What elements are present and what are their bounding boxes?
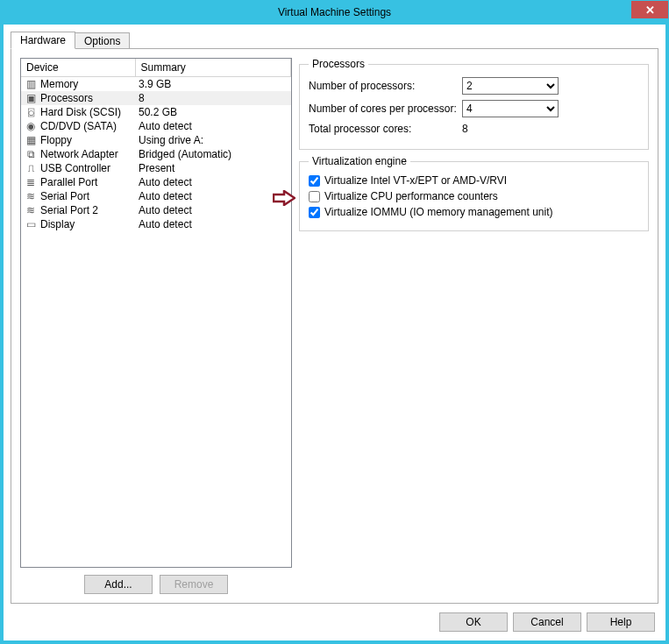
serial-icon: ≋ [25, 190, 37, 202]
memory-icon: ▥ [25, 78, 37, 90]
device-name: Parallel Port [40, 176, 97, 188]
vt-checkbox[interactable] [309, 175, 320, 187]
num-proc-select[interactable]: 2 [462, 77, 559, 95]
tab-content: Device Summary ▥Memory3.9 GB▣Processors8… [11, 48, 658, 604]
device-summary: 50.2 GB [135, 105, 291, 119]
table-row[interactable]: ▦FloppyUsing drive A: [21, 133, 291, 147]
parallel-icon: ≣ [25, 176, 37, 188]
device-name: CD/DVD (SATA) [40, 120, 117, 132]
table-row[interactable]: ◉CD/DVD (SATA)Auto detect [21, 119, 291, 133]
device-summary: 3.9 GB [135, 77, 291, 92]
device-name: Processors [40, 92, 93, 104]
cores-select[interactable]: 4 [462, 100, 559, 117]
processors-group: Processors Number of processors: 2 Numbe… [299, 58, 649, 150]
window-title: Virtual Machine Settings [278, 6, 391, 18]
table-row[interactable]: ≣Parallel PortAuto detect [21, 175, 291, 189]
device-summary: 8 [135, 91, 291, 105]
device-name: USB Controller [40, 162, 110, 174]
perf-label[interactable]: Virtualize CPU performance counters [324, 190, 498, 202]
device-name: Serial Port [40, 190, 89, 202]
window-body: Hardware Options Device Summary ▥Memory3… [0, 25, 669, 644]
col-summary[interactable]: Summary [135, 59, 291, 77]
table-row[interactable]: ▣Processors8 [21, 91, 291, 105]
device-name: Hard Disk (SCSI) [40, 106, 121, 118]
ok-button[interactable]: OK [439, 612, 508, 632]
tab-options[interactable]: Options [75, 32, 130, 49]
table-row[interactable]: ⧉Network AdapterBridged (Automatic) [21, 147, 291, 161]
close-button[interactable]: ✕ [631, 1, 668, 18]
table-row[interactable]: ⌼Hard Disk (SCSI)50.2 GB [21, 105, 291, 119]
device-name: Memory [40, 78, 78, 90]
col-device[interactable]: Device [21, 59, 135, 77]
device-summary: Present [135, 161, 291, 175]
device-name: Floppy [40, 134, 72, 146]
cores-label: Number of cores per processor: [309, 103, 462, 115]
vt-label[interactable]: Virtualize Intel VT-x/EPT or AMD-V/RVI [324, 174, 507, 187]
add-button[interactable]: Add... [84, 575, 153, 594]
serial-icon: ≋ [25, 204, 37, 216]
perf-checkbox[interactable] [309, 191, 320, 202]
device-name: Display [40, 218, 75, 230]
total-cores-value: 8 [462, 123, 468, 135]
floppy-icon: ▦ [25, 134, 37, 146]
display-icon: ▭ [25, 218, 37, 230]
virt-wrap: Virtualization engine Virtualize Intel V… [299, 155, 649, 231]
device-summary: Auto detect [135, 189, 291, 203]
processors-legend: Processors [309, 58, 368, 70]
iommu-checkbox[interactable] [309, 207, 320, 218]
device-summary: Bridged (Automatic) [135, 147, 291, 161]
virt-legend: Virtualization engine [309, 155, 410, 167]
tab-hardware[interactable]: Hardware [11, 32, 75, 49]
table-row[interactable]: ≋Serial PortAuto detect [21, 189, 291, 203]
cancel-button[interactable]: Cancel [513, 612, 581, 632]
total-cores-label: Total processor cores: [309, 123, 462, 135]
device-table[interactable]: Device Summary ▥Memory3.9 GB▣Processors8… [20, 58, 292, 568]
titlebar: Virtual Machine Settings ✕ [0, 0, 669, 25]
disk-icon: ⌼ [25, 106, 37, 118]
help-button[interactable]: Help [587, 612, 655, 632]
usb-icon: ⎍ [25, 162, 37, 174]
device-summary: Auto detect [135, 175, 291, 189]
remove-button[interactable]: Remove [160, 575, 228, 594]
device-name: Network Adapter [40, 148, 118, 160]
num-proc-label: Number of processors: [309, 80, 462, 92]
cpu-icon: ▣ [25, 92, 37, 104]
virtualization-group: Virtualization engine Virtualize Intel V… [299, 155, 649, 231]
iommu-label[interactable]: Virtualize IOMMU (IO memory management u… [324, 206, 553, 218]
net-icon: ⧉ [25, 148, 37, 160]
dialog-footer: OK Cancel Help [11, 604, 658, 633]
device-summary: Auto detect [135, 203, 291, 217]
table-row[interactable]: ▥Memory3.9 GB [21, 77, 291, 92]
detail-pane: Processors Number of processors: 2 Numbe… [299, 58, 649, 594]
device-summary: Auto detect [135, 119, 291, 133]
table-row[interactable]: ▭DisplayAuto detect [21, 217, 291, 231]
tabstrip: Hardware Options [11, 32, 658, 49]
device-name: Serial Port 2 [40, 204, 98, 216]
table-row[interactable]: ≋Serial Port 2Auto detect [21, 203, 291, 217]
device-list-pane: Device Summary ▥Memory3.9 GB▣Processors8… [20, 58, 292, 594]
table-row[interactable]: ⎍USB ControllerPresent [21, 161, 291, 175]
cd-icon: ◉ [25, 120, 37, 132]
device-summary: Using drive A: [135, 133, 291, 147]
device-buttons: Add... Remove [20, 568, 292, 594]
device-summary: Auto detect [135, 217, 291, 231]
